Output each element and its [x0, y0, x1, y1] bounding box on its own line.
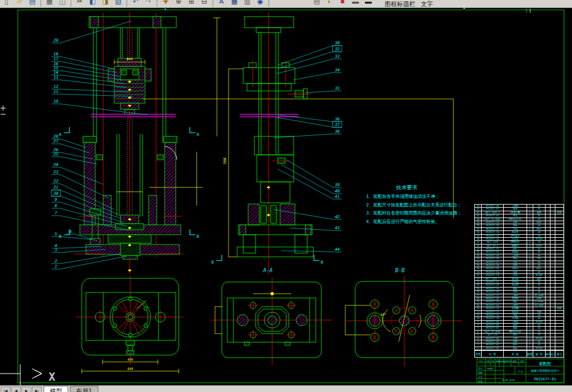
save-file-icon[interactable]: ▤ [26, 0, 39, 7]
bom-cell: 上模板 [504, 205, 527, 207]
bom-cell [550, 211, 555, 214]
bom-cell: 40Cr [533, 228, 546, 230]
tab-模型[interactable]: 模型 [44, 386, 68, 392]
bom-cell: 垫块 [504, 324, 527, 326]
callout-number-38: 38 [334, 129, 340, 134]
bom-cell: T8A [533, 257, 546, 260]
bom-cell: PRZ2677-29 [482, 254, 504, 257]
bom-header-no: 序号 [475, 351, 482, 357]
bom-cell: 1 [527, 254, 533, 257]
bom-cell: PRZ2677-26 [482, 264, 504, 267]
text-style-icon[interactable]: A [215, 0, 228, 7]
properties-icon[interactable]: ▥ [241, 0, 254, 7]
bom-cell: PRZ2677-21 [482, 281, 504, 283]
bom-cell: 45 [533, 231, 546, 233]
undo-icon[interactable]: ↶ [129, 0, 142, 7]
bom-cell: 45 [533, 205, 546, 207]
plot-icon[interactable]: ▦ [43, 0, 56, 7]
bom-cell: 6 [527, 331, 533, 333]
zoom-realtime-icon[interactable]: ⊕ [172, 0, 185, 7]
lineweight-icon[interactable]: ▬ [362, 0, 375, 7]
bom-cell: PRZ2677-28 [482, 257, 504, 260]
bom-cell: 顶板 [504, 271, 527, 273]
bom-cell: 15 [475, 300, 482, 303]
bom-cell: 35 [533, 331, 546, 333]
bom-cell [550, 251, 555, 253]
bom-cell: PRZ2677-09 [482, 321, 504, 323]
bom-cell [555, 254, 563, 257]
frame-titlebar-button[interactable]: 图框标题栏 [385, 0, 415, 8]
section-mark-a-right: A [197, 132, 199, 137]
help-icon[interactable]: ◉ [254, 0, 267, 7]
bom-cell: 45 [533, 340, 546, 343]
tab-布局1[interactable]: 布局1 [70, 386, 98, 392]
new-file-icon[interactable]: ▯ [0, 0, 13, 7]
bom-cell [550, 347, 555, 350]
toolbar-separator [157, 0, 157, 7]
toolbar-separator [41, 0, 41, 7]
bom-cell: 35 [533, 284, 546, 286]
zoom-window-icon[interactable]: ⊞ [185, 0, 198, 7]
bom-cell: 20 [475, 284, 482, 286]
tab-nav-2[interactable]: ▶ [22, 386, 31, 392]
bom-cell: 18 [475, 291, 482, 293]
bom-cell: 45 [533, 224, 546, 227]
tab-nav-0[interactable]: |◀ [1, 386, 10, 392]
bom-cell: 3 [475, 340, 482, 343]
open-file-icon[interactable]: ▱ [13, 0, 26, 7]
color-control-icon[interactable]: ■ [336, 0, 349, 7]
bom-cell: 螺母M16 [504, 241, 527, 243]
bom-cell: 1 [527, 321, 533, 323]
bom-cell: PRZ2677-39 [482, 221, 504, 224]
layer-states-icon[interactable]: ◐ [323, 0, 336, 7]
table-icon[interactable]: ▦ [228, 0, 241, 7]
callout-number-34: 34 [334, 68, 340, 73]
tab-nav-3[interactable]: ▶| [32, 386, 42, 392]
callout-number-9: 9 [55, 197, 57, 202]
leader-line [286, 160, 333, 187]
cut-icon[interactable]: ✂ [73, 0, 86, 7]
callout-number-3: 3 [54, 248, 57, 253]
layers-icon[interactable]: ▤ [310, 0, 323, 7]
callout-number-7: 7 [55, 211, 57, 216]
section-mark-a-left: A [59, 132, 61, 137]
copy-icon[interactable]: ◧ [86, 0, 99, 7]
callout-number-11: 11 [53, 89, 58, 94]
bom-cell [546, 304, 550, 307]
bom-cell [546, 311, 550, 313]
pan-icon[interactable]: ✚ [159, 0, 172, 7]
bom-cell [555, 347, 563, 350]
bom-cell [546, 300, 550, 303]
bom-cell [546, 264, 550, 267]
bom-cell: 1 [475, 347, 482, 350]
bom-cell: HT200 [533, 347, 546, 350]
bom-cell [555, 235, 563, 237]
match-properties-icon[interactable]: ▧ [112, 0, 125, 7]
bom-cell: 2 [527, 337, 533, 340]
bom-cell [550, 235, 555, 237]
bom-cell: 35 [533, 334, 546, 336]
bom-cell: 2 [527, 248, 533, 250]
bom-cell: 45 [533, 317, 546, 319]
bom-cell: 35 [533, 343, 546, 346]
zoom-previous-icon[interactable]: ⊟ [198, 0, 211, 7]
text-tool-button[interactable]: 文字 [421, 0, 433, 8]
paste-icon[interactable]: ◨ [99, 0, 112, 7]
bom-cell: 8 [475, 324, 482, 326]
linetype-icon[interactable]: ▬ [349, 0, 362, 7]
leader-line [281, 165, 333, 194]
toolbar-separator [71, 0, 71, 7]
callout-number-27: 27 [53, 139, 58, 144]
bom-cell [550, 334, 555, 336]
redo-icon[interactable]: ↷ [142, 0, 155, 7]
bom-cell [550, 294, 555, 297]
tab-nav-1[interactable]: ◀ [11, 386, 21, 392]
bom-cell [550, 291, 555, 293]
tb-label-count: 处数 [485, 360, 490, 363]
bom-cell: GB/T 3452.1 [482, 211, 504, 214]
bom-cell: PRZ2677-36 [482, 231, 504, 233]
bom-cell [550, 288, 555, 290]
bom-cell: 石墨 [533, 297, 546, 300]
plot-preview-icon[interactable]: ◫ [56, 0, 69, 7]
bom-cell: 44 [475, 205, 482, 207]
